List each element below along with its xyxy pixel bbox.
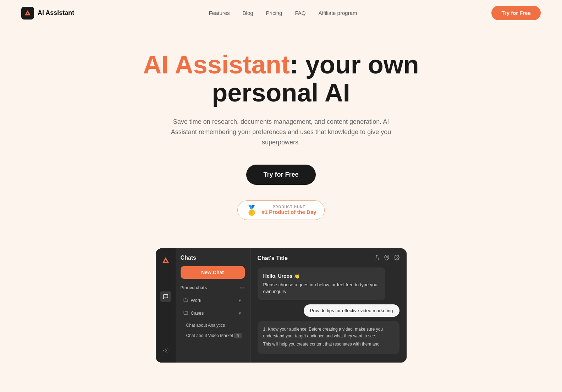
share-icon[interactable]	[374, 255, 380, 262]
folder-cases-chevron: ▼	[238, 311, 242, 315]
chats-header: Chats	[181, 255, 245, 261]
navbar: AI Assistant Features Blog Pricing FAQ A…	[0, 0, 562, 26]
app-preview: Chats New Chat Pinned chats ⋯ Work ▼	[156, 248, 407, 363]
hero-cta-button[interactable]: Try for Free	[246, 165, 315, 185]
folder-cases-left: Cases	[183, 310, 204, 316]
greeting-sub: Please choose a question below, or feel …	[263, 281, 380, 295]
folder-work-label: Work	[191, 298, 202, 303]
pinned-label-text: Pinned chats	[181, 285, 207, 290]
greeting-bubble: Hello, Uroos 👋 Please choose a question …	[258, 267, 385, 300]
sidebar-chat-icon[interactable]	[160, 291, 171, 302]
nav-blog[interactable]: Blog	[243, 10, 253, 16]
hero-section: AI Assistant: your ownpersonal AI Save t…	[0, 26, 562, 238]
delete-chat-button[interactable]: 🗑	[234, 333, 242, 338]
nav-pricing[interactable]: Pricing	[266, 10, 282, 16]
ph-medal: 🥇	[246, 204, 258, 216]
logo-icon	[21, 7, 34, 20]
folder-work-left: Work	[183, 298, 202, 303]
nav-affiliate[interactable]: Affiliate program	[318, 10, 357, 16]
ph-label: PRODUCT HUNT	[261, 205, 316, 209]
sidebar-logo-icon	[160, 255, 171, 266]
response-bubble: 1. Know your audience: Before creating a…	[258, 321, 400, 354]
hero-title: AI Assistant: your ownpersonal AI	[14, 51, 548, 107]
pinned-options-icon[interactable]: ⋯	[239, 285, 245, 291]
svg-point-2	[386, 256, 387, 258]
sidebar-bottom-icon[interactable]	[160, 345, 171, 356]
response-line-2: This will help you create content that r…	[263, 341, 394, 348]
nav-faq[interactable]: FAQ	[295, 10, 305, 16]
pin-icon[interactable]	[384, 255, 390, 262]
folder-cases-label: Cases	[191, 310, 204, 316]
hero-title-accent: AI Assistant	[143, 50, 290, 79]
chat-title: Chat's Title	[258, 255, 288, 261]
greeting-text: Hello, Uroos 👋	[263, 272, 380, 280]
nav-cta-button[interactable]: Try for Free	[491, 6, 541, 20]
app-preview-wrapper: Chats New Chat Pinned chats ⋯ Work ▼	[0, 238, 562, 377]
chats-panel: Chats New Chat Pinned chats ⋯ Work ▼	[176, 248, 250, 363]
response-line-1: 1. Know your audience: Before creating a…	[263, 326, 394, 339]
chat-item-video[interactable]: Chat about Video Market 🗑	[183, 330, 245, 341]
ph-title: #1 Product of the Day	[261, 209, 316, 215]
folder-work-icon	[183, 298, 188, 303]
nav-features[interactable]: Features	[209, 10, 230, 16]
chat-main: Chat's Title Hello, Uroos 👋 Please cho	[250, 248, 407, 363]
svg-point-0	[165, 350, 166, 351]
chat-item-analytics-label: Chat about Analytics	[186, 323, 225, 328]
hero-subtitle: Save time on research, documents managem…	[167, 117, 395, 147]
user-message: Provide tips for effective video marketi…	[304, 304, 400, 317]
folder-cases[interactable]: Cases ▼	[181, 308, 245, 319]
sidebar-icons	[156, 248, 176, 363]
chat-actions	[374, 255, 400, 262]
chat-item-video-label: Chat about Video Market	[186, 333, 233, 338]
settings-icon[interactable]	[394, 255, 400, 262]
logo-text: AI Assistant	[38, 9, 74, 17]
chat-topbar: Chat's Title	[258, 255, 400, 262]
chat-item-analytics[interactable]: Chat about Analytics	[183, 320, 245, 330]
folder-work[interactable]: Work ▼	[181, 295, 245, 306]
folder-work-chevron: ▼	[238, 298, 242, 303]
pinned-label: Pinned chats ⋯	[181, 285, 245, 291]
logo: AI Assistant	[21, 7, 74, 20]
nav-links: Features Blog Pricing FAQ Affiliate prog…	[209, 10, 357, 16]
new-chat-button[interactable]: New Chat	[181, 266, 245, 279]
svg-point-3	[396, 257, 397, 258]
product-hunt-badge: 🥇 PRODUCT HUNT #1 Product of the Day	[237, 200, 324, 220]
folder-cases-icon	[183, 310, 188, 316]
ph-text: PRODUCT HUNT #1 Product of the Day	[261, 205, 316, 215]
